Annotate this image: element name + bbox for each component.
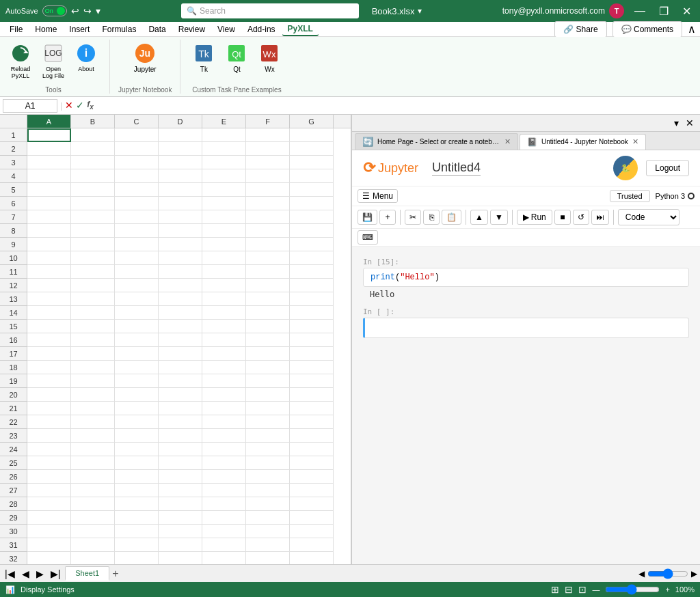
menu-data[interactable]: Data (143, 23, 171, 36)
cell-type-select[interactable]: Code Markdown Raw (618, 209, 679, 225)
comments-button[interactable]: 💬 Comments (612, 21, 682, 38)
col-header-G: G (290, 115, 334, 128)
row-29: 29 (0, 511, 27, 525)
menu-home[interactable]: Home (29, 23, 62, 36)
scroll-right-button[interactable]: ▶ (691, 569, 697, 579)
fast-forward-button[interactable]: ⏭ (591, 210, 609, 225)
table-row (27, 347, 351, 361)
menu-file[interactable]: File (4, 23, 28, 36)
copy-cell-button[interactable]: ⎘ (423, 210, 440, 225)
tab-home-page[interactable]: 🔄 Home Page - Select or create a noteboo… (355, 133, 518, 150)
page-layout-button[interactable]: ⊟ (565, 584, 573, 595)
cell-f1[interactable] (246, 128, 290, 142)
zoom-slider[interactable] (605, 584, 660, 595)
sheet-nav-last[interactable]: ▶| (49, 568, 63, 579)
cell-c1[interactable] (115, 128, 159, 142)
horizontal-scrollbar[interactable] (647, 568, 688, 579)
file-dropdown-icon[interactable]: ▾ (418, 6, 422, 16)
tab-home-close-icon[interactable]: ✕ (504, 137, 511, 146)
search-box[interactable]: 🔍 Search (181, 3, 359, 18)
save-notebook-button[interactable]: 💾 (358, 210, 377, 225)
cell-a1[interactable] (27, 128, 71, 142)
confirm-formula-icon[interactable]: ✓ (76, 100, 84, 111)
undo-icon[interactable]: ↩ (71, 5, 79, 16)
share-button[interactable]: 🔗 Share (554, 21, 606, 38)
jupyter-spinner-icon: ⟳ (363, 159, 375, 177)
zoom-minus-icon[interactable]: — (592, 585, 600, 594)
keyboard-shortcuts-button[interactable]: ⌨ (358, 230, 378, 245)
paste-cell-button[interactable]: 📋 (442, 210, 461, 225)
cell-a2[interactable] (27, 142, 71, 156)
cancel-formula-icon[interactable]: ✕ (65, 100, 73, 111)
ribbon-collapse-button[interactable]: ∧ (688, 21, 696, 38)
cell-e1[interactable] (202, 128, 246, 142)
add-cell-button[interactable]: + (379, 210, 396, 225)
tk-button[interactable]: Tk Tk (189, 40, 219, 76)
main-area: A B C D E F G H 1 2 3 4 5 6 7 8 9 (0, 115, 700, 564)
tab-untitled4[interactable]: 📓 Untitled4 - Jupyter Notebook ✕ (520, 134, 646, 150)
sheet-nav-prev[interactable]: ◀ (20, 568, 31, 579)
svg-text:Tk: Tk (199, 48, 211, 59)
sheet-tab-sheet1[interactable]: Sheet1 (65, 566, 109, 581)
about-button[interactable]: i About (71, 40, 101, 75)
autosave-toggle[interactable]: On (42, 5, 67, 16)
tab-untitled4-close-icon[interactable]: ✕ (632, 137, 638, 146)
redo-icon[interactable]: ↪ (83, 5, 92, 16)
corner-cell (0, 115, 27, 128)
cell-2-code[interactable] (363, 318, 689, 338)
move-cell-down-button[interactable]: ▼ (490, 210, 508, 225)
name-box[interactable]: A1 (3, 99, 57, 113)
display-settings-label[interactable]: Display Settings (21, 585, 75, 594)
jupyter-content: ⟳ Jupyter Untitled4 🐍 Logout ☰ Menu Trus… (352, 150, 700, 564)
open-log-button[interactable]: LOG OpenLog File (38, 40, 68, 82)
jupyter-button[interactable]: Ju Jupyter (130, 40, 161, 76)
jupyter-menu-button[interactable]: ☰ Menu (358, 189, 398, 203)
wx-button[interactable]: Wx Wx (254, 40, 284, 76)
maximize-button[interactable]: ❐ (656, 3, 672, 19)
sheet-nav-next[interactable]: ▶ (34, 568, 46, 579)
sheet-nav-first[interactable]: |◀ (3, 568, 17, 579)
kernel-info: Python 3 (656, 192, 695, 200)
cell-d1[interactable] (159, 128, 202, 142)
add-sheet-button[interactable]: + (112, 568, 118, 580)
grid-view-button[interactable]: ⊞ (551, 584, 559, 595)
row-25: 25 (0, 456, 27, 470)
menu-formulas[interactable]: Formulas (96, 23, 142, 36)
table-row (27, 552, 351, 564)
jupyter-notebook-title[interactable]: Untitled4 (432, 161, 481, 176)
keyword-print: print (371, 273, 395, 282)
table-row (27, 429, 351, 443)
quick-access-icon[interactable]: ▾ (96, 5, 100, 16)
menu-review[interactable]: Review (173, 23, 211, 36)
task-pane-header: ▾ ✕ (352, 115, 700, 132)
table-row (27, 156, 351, 169)
menu-addins[interactable]: Add-ins (242, 23, 281, 36)
formula-input[interactable] (96, 100, 697, 112)
scroll-left-button[interactable]: ◀ (638, 569, 645, 579)
cell-b1[interactable] (71, 128, 115, 142)
interrupt-kernel-button[interactable]: ■ (554, 210, 571, 225)
move-cell-up-button[interactable]: ▲ (470, 210, 488, 225)
reload-pyxll-button[interactable]: ReloadPyXLL (5, 40, 36, 82)
menu-insert[interactable]: Insert (64, 23, 95, 36)
zoom-plus-icon[interactable]: + (665, 585, 669, 594)
cut-cell-button[interactable]: ✂ (405, 210, 421, 225)
minimize-button[interactable]: — (631, 3, 649, 18)
page-break-button[interactable]: ⊡ (578, 584, 587, 595)
menu-view[interactable]: View (212, 23, 241, 36)
logout-button[interactable]: Logout (646, 160, 689, 176)
function-icon[interactable]: fx (87, 100, 94, 111)
task-pane-close-button[interactable]: ✕ (682, 116, 697, 130)
qt-button[interactable]: Qt Qt (221, 40, 252, 76)
zoom-level: 100% (675, 585, 695, 594)
cell-2-label: In [ ]: (363, 307, 689, 316)
restart-kernel-button[interactable]: ↺ (573, 210, 589, 225)
cell-1-code[interactable]: print("Hello") (363, 268, 689, 287)
close-button[interactable]: ✕ (679, 3, 695, 19)
menu-pyxll[interactable]: PyXLL (282, 23, 319, 36)
run-button[interactable]: ▶ Run (517, 210, 552, 225)
task-pane-collapse-button[interactable]: ▾ (671, 116, 682, 130)
status-bar: 📊 Display Settings ⊞ ⊟ ⊡ — + 100% (0, 582, 700, 597)
cell-g1[interactable] (290, 128, 334, 142)
avatar[interactable]: T (609, 3, 624, 18)
